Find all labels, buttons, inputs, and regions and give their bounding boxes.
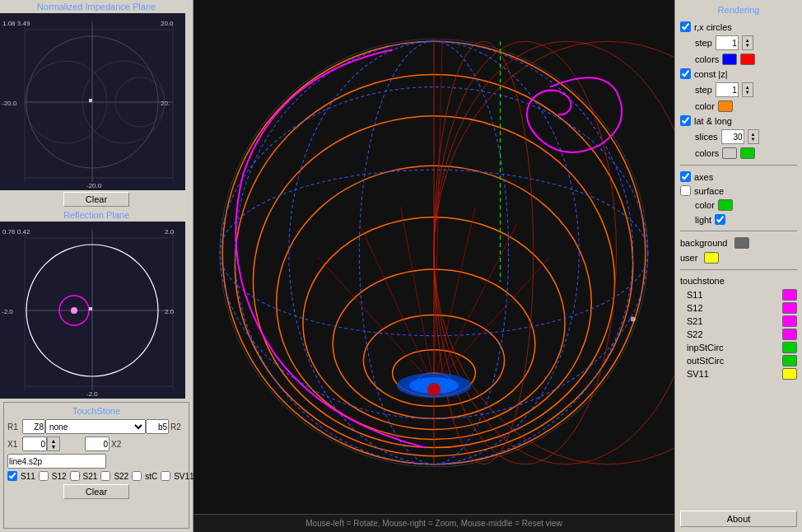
stc-label: stC [145,472,157,481]
ts-r1-row: R1 none R2 [7,419,185,434]
surface-checkbox[interactable] [680,185,691,196]
svg-text:-20.0: -20.0 [86,182,102,189]
impedance-clear-button[interactable]: Clear [63,192,129,207]
ts-x1-row: X1 ▲ ▼ X2 [7,436,185,451]
background-color-dot[interactable] [734,237,749,249]
lat-long-label: lat & long [694,116,732,126]
b5-input[interactable] [146,419,169,434]
surface-row: surface [680,185,797,196]
inp-st-circ-row: inpStCirc [680,342,797,353]
s22-label: S22 [114,472,128,481]
none-select[interactable]: none [45,419,146,434]
out-st-circ-label: outStCirc [687,356,724,366]
rx-colors-row: colors [680,54,797,65]
slices-input[interactable] [721,129,744,144]
touchstone-clear-button[interactable]: Clear [63,484,129,499]
rx-step-label: step [695,38,712,48]
svg-text:2.0: 2.0 [165,228,175,236]
out-st-circ-row: outStCirc [680,355,797,366]
svg-text:0.76 0.42: 0.76 0.42 [2,228,30,236]
s21-color-dot[interactable] [782,315,797,327]
s12-item-row: S12 [680,302,797,314]
sv11-render-label: SV11 [687,369,709,379]
surface-color-dot[interactable] [718,199,733,211]
s11-color-dot[interactable] [782,289,797,301]
svg-text:20.: 20. [161,100,170,107]
rx-color1-dot[interactable] [722,54,737,65]
x1-input[interactable] [22,436,47,451]
svg-point-63 [427,383,441,396]
rx-step-input[interactable] [716,35,739,50]
const-z-row: const |z| [680,68,797,79]
s11-item-row: S11 [680,289,797,301]
surface-color-label: color [695,200,715,210]
lat-color2-dot[interactable] [740,147,755,159]
divider3 [680,269,797,270]
filename-input[interactable] [7,454,106,469]
surface-light-checkbox[interactable] [715,214,725,225]
const-z-step-input[interactable] [716,82,739,97]
user-row: user [680,252,797,264]
reflection-title: Reflection Plane [0,208,193,222]
s11-render-label: S11 [687,290,703,300]
svg-text:2.0: 2.0 [165,308,175,315]
rx-color2-dot[interactable] [740,54,755,65]
user-label: user [680,253,697,263]
s12-color-dot[interactable] [782,302,797,314]
x1-label: X1 [7,440,22,449]
impedance-svg: 1.08 3.49 20.0 -20.0 20. -20.0 [0,13,185,190]
sv11-checkbox[interactable] [161,471,170,481]
s22-render-label: S22 [687,329,703,339]
const-z-checkbox[interactable] [680,68,691,79]
svg-point-65 [631,316,636,321]
slices-spinner[interactable]: ▲ ▼ [748,129,759,144]
impedance-section: Normalized Impedance Plane 1.08 3.49 20.… [0,0,193,208]
inp-st-circ-label: inpStCirc [687,343,724,352]
smith-3d-viewport[interactable] [194,0,674,514]
status-bar: Mouse-left = Rotate, Mouse-right = Zoom,… [194,514,674,532]
svg-rect-17 [0,222,185,399]
checkboxes-row: S11 S12 S21 S22 stC SV11 [7,471,185,481]
axes-label: axes [694,172,713,182]
r1-label: R1 [7,422,22,432]
s22-color-dot[interactable] [782,329,797,340]
about-button[interactable]: About [680,511,797,527]
s22-checkbox[interactable] [100,471,110,481]
touchstone-items: S11 S12 S21 S22 inpStCirc outStCirc SV11 [680,289,797,380]
reflection-canvas[interactable]: 0.76 0.42 2.0 -2.0 2.0 -2.0 [0,222,185,399]
rx-step-spinner[interactable]: ▲ ▼ [742,35,753,50]
rx-circles-checkbox[interactable] [680,21,691,32]
impedance-canvas[interactable]: 1.08 3.49 20.0 -20.0 20. -20.0 [0,13,185,190]
s21-checkbox[interactable] [70,471,80,481]
user-color-dot[interactable] [704,252,719,264]
rx-colors-label: colors [695,54,719,64]
r1-input[interactable] [22,419,45,434]
s12-checkbox[interactable] [39,471,49,481]
const-z-step-row: step ▲ ▼ [680,82,797,97]
stc-checkbox[interactable] [132,471,142,481]
axes-checkbox[interactable] [680,171,691,182]
divider2 [680,231,797,231]
const-z-color-dot[interactable] [718,100,733,112]
lat-colors-label: colors [695,148,719,158]
background-row: background [680,237,797,249]
x1-spinner[interactable]: ▲ ▼ [47,436,60,451]
lat-color1-dot[interactable] [722,147,737,159]
const-z-color-row: color [680,100,797,112]
s21-item-row: S21 [680,315,797,327]
svg-text:1.08 3.49: 1.08 3.49 [2,20,30,27]
const-z-spinner[interactable]: ▲ ▼ [742,82,753,97]
touchstone-title: TouchStone [7,406,185,416]
x2-input[interactable] [85,436,110,451]
right-panel: Rendering r,x circles step ▲ ▼ colors co… [674,0,802,532]
svg-point-32 [71,307,77,314]
center-view: Mouse-left = Rotate, Mouse-right = Zoom,… [194,0,674,532]
s11-checkbox[interactable] [7,471,17,481]
const-z-color-label: color [695,101,715,111]
sv11-color-dot[interactable] [782,368,797,380]
out-st-circ-dot[interactable] [782,355,797,366]
inp-st-circ-dot[interactable] [782,342,797,353]
lat-long-checkbox[interactable] [680,115,691,126]
surface-light-label: light [695,215,711,225]
rx-circles-row: r,x circles [680,21,797,32]
